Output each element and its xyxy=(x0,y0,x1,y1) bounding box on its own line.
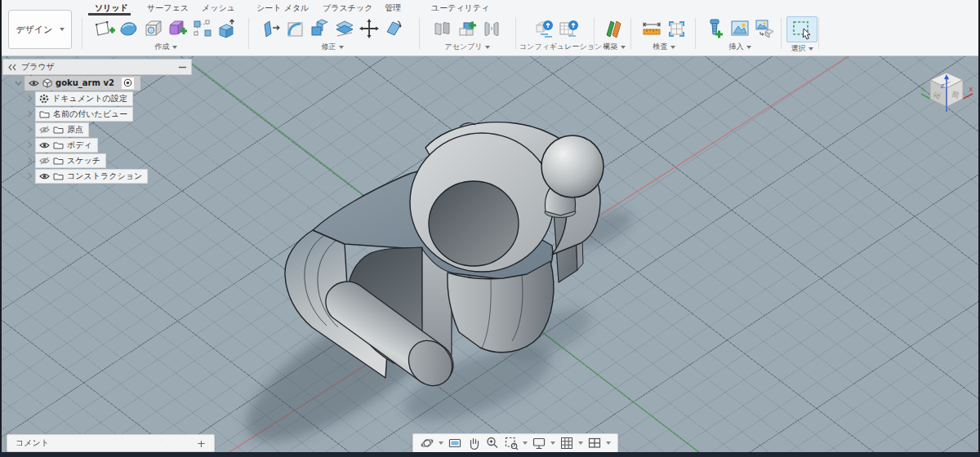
eye-icon[interactable] xyxy=(39,141,50,149)
browser-row-origin[interactable]: 原点 xyxy=(2,122,192,137)
tab-surface[interactable]: サーフェス xyxy=(147,2,189,14)
viewcube-y-axis xyxy=(921,94,930,99)
joint-icon[interactable] xyxy=(431,16,454,41)
view-cube[interactable]: 上 左 前 Z X Y xyxy=(920,66,975,118)
select-box-icon[interactable] xyxy=(786,16,817,42)
eye-icon[interactable] xyxy=(39,172,50,180)
configure-icon[interactable] xyxy=(533,16,556,41)
eye-slash-icon[interactable] xyxy=(39,157,50,165)
chevron-down-icon xyxy=(621,46,626,49)
chevron-down-icon xyxy=(746,46,751,49)
group-label-create[interactable]: 作成 xyxy=(155,42,170,51)
browser-item-label: ドキュメントの設定 xyxy=(52,93,127,104)
group-label-assemble[interactable]: アセンブリ xyxy=(444,42,482,51)
viewcube-y-label: Y xyxy=(920,87,925,93)
group-label-select[interactable]: 選択 xyxy=(791,44,806,52)
chevron-down-icon[interactable] xyxy=(606,441,611,445)
activate-radio-icon[interactable] xyxy=(121,77,135,90)
tab-solid[interactable]: ソリッド xyxy=(95,2,128,14)
comments-bar[interactable]: コメント + xyxy=(7,434,215,452)
tab-mesh[interactable]: メッシュ xyxy=(202,2,235,14)
socket-cavity xyxy=(429,181,519,266)
folder-icon xyxy=(53,157,64,165)
look-at-icon[interactable] xyxy=(447,435,463,451)
move-icon[interactable] xyxy=(358,16,381,41)
grid-icon[interactable] xyxy=(559,435,575,451)
sweep-icon[interactable] xyxy=(118,16,140,41)
as-built-joint-icon[interactable] xyxy=(480,16,503,41)
draft-icon[interactable] xyxy=(382,16,405,41)
active-tab-indicator xyxy=(88,13,131,16)
minimize-icon[interactable] xyxy=(179,64,186,71)
display-settings-icon[interactable] xyxy=(531,435,547,451)
folder-icon xyxy=(53,172,64,180)
group-label-insert[interactable]: 挿入 xyxy=(729,42,744,51)
decal-icon[interactable] xyxy=(753,16,776,41)
chevron-down-icon[interactable] xyxy=(439,441,443,445)
configuration-table-icon[interactable] xyxy=(558,16,581,41)
create-sketch-icon[interactable] xyxy=(93,16,116,41)
fit-icon[interactable] xyxy=(503,435,519,451)
chevron-down-icon[interactable] xyxy=(15,80,22,87)
collapse-icon[interactable] xyxy=(8,64,16,71)
construction-plane-icon[interactable] xyxy=(603,16,626,41)
tab-manage[interactable]: 管理 xyxy=(385,2,401,14)
group-label-construct[interactable]: 構築 xyxy=(604,42,618,51)
pan-icon[interactable] xyxy=(466,435,482,451)
chevron-right-icon[interactable] xyxy=(27,110,33,118)
workspace-label: デザイン xyxy=(16,24,52,36)
zoom-icon[interactable] xyxy=(484,435,501,451)
viewport-canvas[interactable]: ブラウザ goku_arm v2 xyxy=(0,55,980,453)
hole-icon[interactable] xyxy=(142,16,165,41)
browser-row-root[interactable]: goku_arm v2 xyxy=(2,75,192,91)
browser-item-label: コンストラクション xyxy=(67,171,142,182)
chevron-right-icon[interactable] xyxy=(27,157,33,164)
chevron-down-icon[interactable] xyxy=(578,441,583,445)
browser-row-sketches[interactable]: スケッチ xyxy=(2,153,192,168)
browser-row-document-settings[interactable]: ドキュメントの設定 xyxy=(2,91,192,106)
extrude-icon[interactable] xyxy=(216,16,238,41)
chevron-down-icon xyxy=(60,28,65,31)
section-analysis-icon[interactable] xyxy=(665,16,688,41)
folder-icon xyxy=(53,126,64,134)
new-component-icon[interactable] xyxy=(456,16,479,41)
viewcube-x-label: X xyxy=(969,87,973,93)
tab-sheet-metal[interactable]: シート メタル xyxy=(256,2,309,14)
viewcube-x-axis xyxy=(963,94,973,99)
measure-icon[interactable] xyxy=(640,16,663,41)
group-label-inspect[interactable]: 検査 xyxy=(653,42,668,51)
add-comment-button[interactable]: + xyxy=(197,438,206,449)
bolt-icon[interactable] xyxy=(704,16,727,41)
tab-plastic[interactable]: プラスチック xyxy=(323,2,372,14)
chevron-right-icon[interactable] xyxy=(27,95,33,102)
workspace-switcher-button[interactable]: デザイン xyxy=(8,10,72,49)
browser-row-bodies[interactable]: ボディ xyxy=(2,137,192,153)
divider xyxy=(82,18,82,49)
chevron-right-icon[interactable] xyxy=(27,172,33,180)
chevron-down-icon xyxy=(670,46,675,49)
chevron-right-icon[interactable] xyxy=(27,126,33,133)
group-select: 選択 xyxy=(784,16,820,54)
viewports-icon[interactable] xyxy=(586,435,603,451)
group-label-modify[interactable]: 修正 xyxy=(322,42,336,51)
browser-row-named-views[interactable]: 名前の付いたビュー xyxy=(2,106,192,122)
chevron-down-icon[interactable] xyxy=(523,441,528,445)
eye-slash-icon[interactable] xyxy=(39,126,50,134)
browser-row-construction[interactable]: コンストラクション xyxy=(2,168,192,184)
group-insert: 挿入 xyxy=(698,16,782,52)
offset-face-icon[interactable] xyxy=(333,16,356,41)
browser-header: ブラウザ xyxy=(2,59,192,75)
combine-icon[interactable] xyxy=(309,16,332,41)
orbit-icon[interactable] xyxy=(419,435,435,451)
group-label-configure[interactable]: コンフィギュレーション xyxy=(519,42,602,51)
chevron-right-icon[interactable] xyxy=(27,141,33,149)
eye-icon[interactable] xyxy=(29,79,39,87)
canvas-icon[interactable] xyxy=(728,16,751,41)
group-configure: コンフィギュレーション xyxy=(519,16,595,52)
press-pull-icon[interactable] xyxy=(260,16,283,41)
chevron-down-icon[interactable] xyxy=(550,441,555,445)
fillet-icon[interactable] xyxy=(284,16,307,41)
tab-utilities[interactable]: ユーティリティ xyxy=(431,2,489,14)
create-form-icon[interactable] xyxy=(167,16,189,41)
pattern-icon[interactable] xyxy=(191,16,214,41)
